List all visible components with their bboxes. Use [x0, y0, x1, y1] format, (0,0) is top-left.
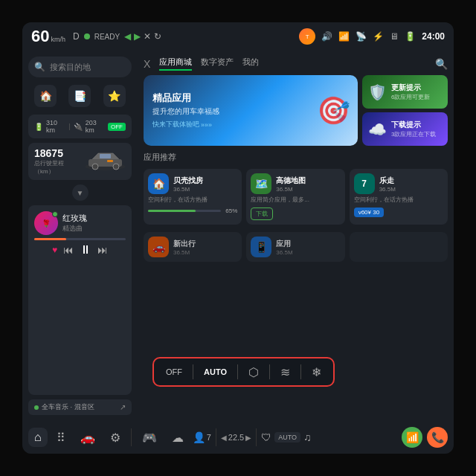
battery-icon-1: 🔋 — [34, 123, 43, 131]
phone-btn[interactable]: 📞 — [427, 427, 448, 448]
drive-status: D READY — [73, 31, 120, 42]
download-banner[interactable]: ☁️ 下载提示 3款应用正在下载 — [362, 112, 448, 146]
volume-icon[interactable]: 🔊 — [321, 31, 332, 42]
lezou-icon: 7 — [354, 173, 375, 194]
music-text: 红玫瑰 精选曲 — [62, 213, 87, 234]
lezou-actions: v60¥ 30 — [354, 208, 443, 217]
home-nav-btn[interactable]: 🏠 — [34, 85, 57, 107]
mileage-section: 18675 总行驶里程（km） — [28, 143, 132, 180]
app-grid: 🏠 贝壳找房 36.5M 空间利行，在话方热播 65% — [144, 169, 448, 225]
music-progress-bar[interactable] — [34, 238, 126, 240]
bottom-divider-2 — [216, 428, 216, 446]
update-title: 更新提示 — [391, 83, 430, 93]
main-banner[interactable]: 精品应用 提升您的用车幸福感 快来下载体验吧 »»» 🎯 — [144, 75, 358, 146]
bookmark-nav-btn[interactable]: 📑 — [68, 85, 91, 107]
extra2-size: 36.5M — [276, 249, 292, 256]
gaode-download-btn[interactable]: 下载 — [251, 208, 273, 220]
beike-size: 36.5M — [173, 186, 203, 193]
close-btn[interactable]: X — [144, 58, 150, 70]
settings-bottom-btn[interactable]: ⚙ — [104, 428, 126, 448]
settings-icon: ⚙ — [110, 431, 120, 445]
update-banner[interactable]: 🛡️ 更新提示 6款应用可更新 — [362, 75, 448, 109]
svg-point-2 — [92, 164, 98, 170]
mileage-value: 18675 — [34, 147, 79, 159]
lezou-price[interactable]: v60¥ 30 — [354, 208, 384, 217]
ac-mode1-btn[interactable]: ⬡ — [248, 365, 259, 379]
beike-icon: 🏠 — [148, 173, 169, 194]
app-card-extra1[interactable]: 🚗 新出行 36.5M — [144, 232, 242, 262]
app-card-gaode[interactable]: 🗺️ 高德地图 36.5M 应用简介应用，最多... 下载 — [246, 169, 344, 225]
bottom-divider-1 — [131, 428, 132, 446]
bottom-divider-3 — [256, 428, 257, 446]
search-app-icon[interactable]: 🔍 — [435, 58, 448, 70]
rotate-icon: ↻ — [154, 31, 161, 42]
next-btn[interactable]: ⏭ — [97, 244, 108, 256]
extra2-icon: 📱 — [251, 237, 271, 257]
ready-indicator — [84, 33, 90, 39]
tab-app-store[interactable]: 应用商城 — [159, 57, 192, 71]
heart-icon[interactable]: ♥ — [52, 245, 57, 255]
app-grid-row2: 🚗 新出行 36.5M 📱 应用 36.5M — [144, 232, 448, 262]
music-progress-fill — [34, 238, 66, 240]
tab-digital-assets[interactable]: 数字资产 — [201, 57, 234, 71]
tab-list: 应用商城 数字资产 我的 — [159, 57, 259, 71]
temperature-control[interactable]: ◀ 22.5 ▶ — [221, 433, 251, 442]
location-bar: 全车音乐 · 混音区 ↗ — [28, 399, 132, 415]
banner-cta-text: 快来下载体验吧 — [152, 120, 199, 129]
banner-arrow-icons: »»» — [201, 121, 212, 129]
cloud-download-icon: ☁️ — [368, 120, 387, 138]
app-card-lezou[interactable]: 7 乐走 36.5M 空间利行，在话方热播 v60¥ 30 — [350, 169, 448, 225]
shield-bottom-icon: 🛡 — [261, 431, 271, 443]
bluetooth-icon: ⚡ — [373, 31, 384, 42]
apps-grid-icon: ⠿ — [57, 431, 65, 445]
wifi-call-btn[interactable]: 📶 — [402, 427, 422, 448]
music-bottom-icon[interactable]: ♫ — [303, 431, 312, 443]
screen-icon: 🖥 — [390, 31, 399, 42]
play-btn[interactable]: ⏸ — [80, 243, 91, 257]
star-nav-btn[interactable]: ⭐ — [103, 85, 126, 107]
gaode-size: 36.5M — [276, 186, 306, 193]
tab-mine[interactable]: 我的 — [242, 57, 259, 71]
cloud-bottom-btn[interactable]: ☁ — [166, 428, 190, 448]
ac-auto-btn[interactable]: AUTO — [204, 367, 227, 376]
share-icon[interactable]: ↗ — [120, 403, 126, 411]
ac-separator-4 — [300, 364, 301, 379]
app-card-extra3[interactable] — [350, 232, 448, 262]
extra1-icon: 🚗 — [148, 237, 169, 257]
app-card-extra2[interactable]: 📱 应用 36.5M — [246, 232, 344, 262]
ac-snowflake-btn[interactable]: ❄ — [312, 365, 321, 379]
people-count: 👤 7 — [193, 431, 211, 443]
bottom-right-btns: 📶 📞 — [402, 427, 448, 448]
ac-off-btn[interactable]: OFF — [166, 367, 182, 376]
top-bar: 60 km/h D READY ◀ ▶ ✕ ↻ T 🔊 📶 📡 ⚡ 🖥 — [22, 22, 454, 51]
battery-icon-2: 🔌 — [74, 123, 83, 131]
auto-mode-badge[interactable]: AUTO — [274, 432, 300, 443]
drive-mode: D — [73, 31, 80, 42]
temp-left-arrow[interactable]: ◀ — [221, 434, 227, 442]
ac-mode2-btn[interactable]: ≋ — [280, 365, 290, 379]
home-bottom-btn[interactable]: ⌂ — [28, 428, 48, 447]
gaode-desc: 应用简介应用，最多... — [251, 196, 340, 204]
svg-rect-4 — [100, 154, 111, 158]
battery-value-1: 310 km — [46, 119, 65, 134]
app-card-beike[interactable]: 🏠 贝壳找房 36.5M 空间利行，在话方热播 65% — [144, 169, 242, 225]
signal-bars-icon: 📡 — [356, 31, 367, 42]
extra1-name: 新出行 — [173, 239, 196, 249]
app-card-header-gaode: 🗺️ 高德地图 36.5M — [251, 173, 340, 194]
banner-area: 精品应用 提升您的用车幸福感 快来下载体验吧 »»» 🎯 🛡️ 更新提示 — [144, 75, 448, 146]
person-icon: 👤 — [193, 431, 205, 443]
svg-rect-5 — [107, 160, 113, 162]
expand-btn[interactable]: ▼ — [72, 184, 89, 201]
apps-bottom-btn[interactable]: ⠿ — [51, 428, 71, 448]
battery-row-1: 🔋 310 km | 🔌 203 km OFF — [34, 119, 126, 134]
car-bottom-btn[interactable]: 🚗 — [74, 428, 101, 448]
temp-right-arrow[interactable]: ▶ — [245, 434, 251, 442]
speed-value: 60 — [31, 27, 49, 46]
user-avatar[interactable]: T — [299, 28, 315, 45]
speed-display: 60 km/h — [31, 27, 65, 46]
clock-display: 24:00 — [422, 31, 445, 42]
drive-bottom-btn[interactable]: 🎮 — [136, 428, 163, 448]
search-bar[interactable]: 🔍 搜索目的地 — [28, 57, 132, 77]
car-image — [85, 150, 126, 173]
prev-btn[interactable]: ⏮ — [63, 244, 74, 256]
